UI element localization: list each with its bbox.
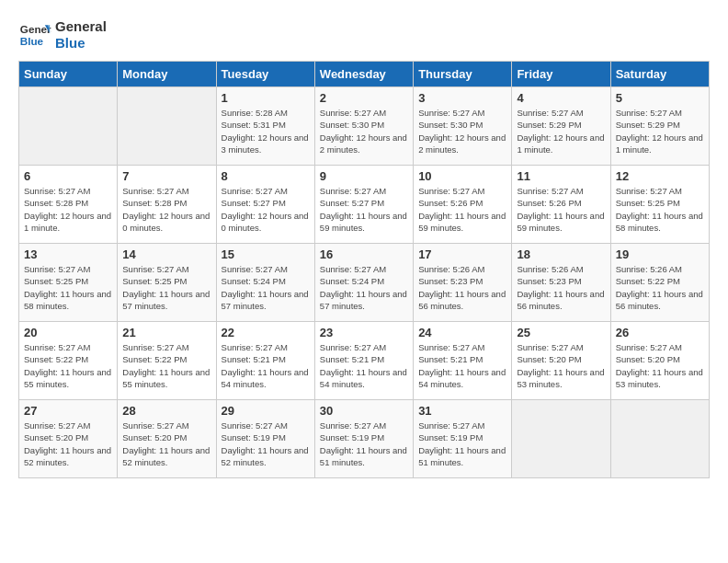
cell-info: Sunrise: 5:27 AM Sunset: 5:27 PM Dayligh… [320,185,408,234]
calendar-cell: 31Sunrise: 5:27 AM Sunset: 5:19 PM Dayli… [414,400,512,478]
calendar-cell: 9Sunrise: 5:27 AM Sunset: 5:27 PM Daylig… [314,166,413,244]
cell-info: Sunrise: 5:27 AM Sunset: 5:27 PM Dayligh… [222,185,310,234]
cell-info: Sunrise: 5:27 AM Sunset: 5:25 PM Dayligh… [24,263,112,312]
cell-info: Sunrise: 5:27 AM Sunset: 5:24 PM Dayligh… [222,263,310,312]
calendar-cell: 18Sunrise: 5:26 AM Sunset: 5:23 PM Dayli… [512,244,610,322]
calendar-week-row: 1Sunrise: 5:28 AM Sunset: 5:31 PM Daylig… [19,87,710,166]
calendar-cell: 15Sunrise: 5:27 AM Sunset: 5:24 PM Dayli… [216,244,314,322]
calendar-cell: 29Sunrise: 5:27 AM Sunset: 5:19 PM Dayli… [216,400,314,478]
day-number: 11 [517,169,605,183]
day-number: 8 [222,169,310,183]
day-number: 1 [222,91,310,105]
cell-info: Sunrise: 5:27 AM Sunset: 5:25 PM Dayligh… [122,263,210,312]
cell-info: Sunrise: 5:27 AM Sunset: 5:28 PM Dayligh… [122,185,210,234]
calendar-cell: 14Sunrise: 5:27 AM Sunset: 5:25 PM Dayli… [118,244,216,322]
calendar-cell: 1Sunrise: 5:28 AM Sunset: 5:31 PM Daylig… [216,87,314,166]
calendar-header-row: SundayMondayTuesdayWednesdayThursdayFrid… [19,62,710,87]
calendar-cell: 12Sunrise: 5:27 AM Sunset: 5:25 PM Dayli… [610,166,709,244]
calendar-cell: 4Sunrise: 5:27 AM Sunset: 5:29 PM Daylig… [512,87,610,166]
calendar-cell: 8Sunrise: 5:27 AM Sunset: 5:27 PM Daylig… [216,166,314,244]
calendar-table: SundayMondayTuesdayWednesdayThursdayFrid… [18,61,710,478]
day-number: 10 [418,169,506,183]
day-number: 19 [616,247,704,261]
cell-info: Sunrise: 5:27 AM Sunset: 5:20 PM Dayligh… [122,419,210,468]
cell-info: Sunrise: 5:27 AM Sunset: 5:19 PM Dayligh… [222,419,310,468]
calendar-cell: 21Sunrise: 5:27 AM Sunset: 5:22 PM Dayli… [118,322,216,400]
calendar-cell [610,400,709,478]
calendar-cell: 24Sunrise: 5:27 AM Sunset: 5:21 PM Dayli… [414,322,512,400]
cell-info: Sunrise: 5:27 AM Sunset: 5:19 PM Dayligh… [320,419,408,468]
cell-info: Sunrise: 5:27 AM Sunset: 5:21 PM Dayligh… [320,341,408,390]
cell-info: Sunrise: 5:26 AM Sunset: 5:23 PM Dayligh… [517,263,605,312]
cell-info: Sunrise: 5:27 AM Sunset: 5:26 PM Dayligh… [418,185,506,234]
calendar-cell: 30Sunrise: 5:27 AM Sunset: 5:19 PM Dayli… [314,400,413,478]
day-number: 13 [24,247,112,261]
day-number: 21 [122,326,210,339]
svg-text:Blue: Blue [20,35,44,47]
day-number: 9 [320,169,408,183]
cell-info: Sunrise: 5:27 AM Sunset: 5:25 PM Dayligh… [616,185,704,234]
day-number: 20 [24,326,112,339]
cell-info: Sunrise: 5:27 AM Sunset: 5:19 PM Dayligh… [418,419,506,468]
logo-text-blue: Blue [55,35,107,52]
day-number: 2 [320,91,408,105]
day-header-thursday: Thursday [414,62,512,87]
calendar-cell: 17Sunrise: 5:26 AM Sunset: 5:23 PM Dayli… [414,244,512,322]
calendar-cell [118,87,216,166]
day-header-friday: Friday [512,62,610,87]
day-number: 12 [616,169,704,183]
calendar-cell: 25Sunrise: 5:27 AM Sunset: 5:20 PM Dayli… [512,322,610,400]
cell-info: Sunrise: 5:27 AM Sunset: 5:21 PM Dayligh… [418,341,506,390]
calendar-week-row: 6Sunrise: 5:27 AM Sunset: 5:28 PM Daylig… [19,166,710,244]
calendar-cell: 27Sunrise: 5:27 AM Sunset: 5:20 PM Dayli… [19,400,118,478]
calendar-cell: 16Sunrise: 5:27 AM Sunset: 5:24 PM Dayli… [314,244,413,322]
day-number: 24 [418,326,506,339]
calendar-cell: 19Sunrise: 5:26 AM Sunset: 5:22 PM Dayli… [610,244,709,322]
calendar-cell: 28Sunrise: 5:27 AM Sunset: 5:20 PM Dayli… [118,400,216,478]
calendar-week-row: 20Sunrise: 5:27 AM Sunset: 5:22 PM Dayli… [19,322,710,400]
cell-info: Sunrise: 5:27 AM Sunset: 5:22 PM Dayligh… [122,341,210,390]
logo-text-general: General [55,18,107,35]
day-number: 30 [320,404,408,418]
day-number: 22 [222,326,310,339]
calendar-week-row: 27Sunrise: 5:27 AM Sunset: 5:20 PM Dayli… [19,400,710,478]
day-number: 25 [517,326,605,339]
day-number: 5 [616,91,704,105]
calendar-cell: 23Sunrise: 5:27 AM Sunset: 5:21 PM Dayli… [314,322,413,400]
day-number: 4 [517,91,605,105]
cell-info: Sunrise: 5:27 AM Sunset: 5:20 PM Dayligh… [517,341,605,390]
cell-info: Sunrise: 5:27 AM Sunset: 5:29 PM Dayligh… [616,107,704,155]
day-header-tuesday: Tuesday [216,62,314,87]
cell-info: Sunrise: 5:27 AM Sunset: 5:20 PM Dayligh… [24,419,112,468]
day-number: 27 [24,404,112,418]
cell-info: Sunrise: 5:28 AM Sunset: 5:31 PM Dayligh… [222,107,310,155]
svg-text:General: General [20,23,51,35]
calendar-cell: 22Sunrise: 5:27 AM Sunset: 5:21 PM Dayli… [216,322,314,400]
calendar-cell: 26Sunrise: 5:27 AM Sunset: 5:20 PM Dayli… [610,322,709,400]
calendar-cell: 11Sunrise: 5:27 AM Sunset: 5:26 PM Dayli… [512,166,610,244]
calendar-cell [19,87,118,166]
day-header-wednesday: Wednesday [314,62,413,87]
day-number: 26 [616,326,704,339]
cell-info: Sunrise: 5:27 AM Sunset: 5:24 PM Dayligh… [320,263,408,312]
day-number: 16 [320,247,408,261]
cell-info: Sunrise: 5:27 AM Sunset: 5:28 PM Dayligh… [24,185,112,234]
day-number: 15 [222,247,310,261]
cell-info: Sunrise: 5:27 AM Sunset: 5:30 PM Dayligh… [320,107,408,155]
day-header-monday: Monday [118,62,216,87]
cell-info: Sunrise: 5:27 AM Sunset: 5:22 PM Dayligh… [24,341,112,390]
calendar-cell [512,400,610,478]
cell-info: Sunrise: 5:27 AM Sunset: 5:26 PM Dayligh… [517,185,605,234]
calendar-cell: 3Sunrise: 5:27 AM Sunset: 5:30 PM Daylig… [414,87,512,166]
day-number: 29 [222,404,310,418]
cell-info: Sunrise: 5:27 AM Sunset: 5:30 PM Dayligh… [418,107,506,155]
calendar-body: 1Sunrise: 5:28 AM Sunset: 5:31 PM Daylig… [19,87,710,478]
cell-info: Sunrise: 5:27 AM Sunset: 5:21 PM Dayligh… [222,341,310,390]
calendar-cell: 20Sunrise: 5:27 AM Sunset: 5:22 PM Dayli… [19,322,118,400]
logo: General Blue General Blue [18,18,107,52]
day-header-sunday: Sunday [19,62,118,87]
cell-info: Sunrise: 5:26 AM Sunset: 5:23 PM Dayligh… [418,263,506,312]
day-number: 3 [418,91,506,105]
calendar-cell: 7Sunrise: 5:27 AM Sunset: 5:28 PM Daylig… [118,166,216,244]
calendar-cell: 2Sunrise: 5:27 AM Sunset: 5:30 PM Daylig… [314,87,413,166]
